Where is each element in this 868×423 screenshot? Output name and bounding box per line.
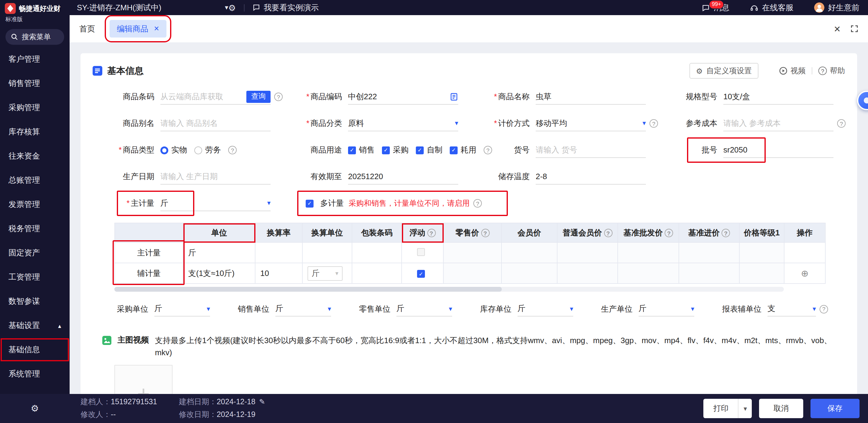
prod-date-input[interactable]: 请输入 生产日期 bbox=[160, 169, 271, 185]
item-no-input[interactable]: 请输入 货号 bbox=[536, 142, 646, 158]
category-select[interactable]: 原料 ▾ bbox=[348, 116, 458, 131]
production-unit-select[interactable]: 斤▾ bbox=[639, 301, 694, 317]
help-icon[interactable]: ? bbox=[473, 199, 482, 207]
help-icon[interactable]: ? bbox=[721, 229, 730, 237]
regular-member-price-cell[interactable] bbox=[557, 242, 618, 263]
user-menu[interactable]: 好生意前 bbox=[814, 2, 860, 13]
help-icon[interactable]: ? bbox=[819, 305, 828, 313]
help-icon[interactable]: ? bbox=[604, 229, 612, 237]
sidebar-item-current-funds[interactable]: 往来资金 bbox=[0, 144, 70, 168]
unit-cell[interactable]: 斤 bbox=[183, 242, 255, 263]
price-level1-cell[interactable] bbox=[739, 242, 784, 263]
close-icon[interactable]: ✕ bbox=[834, 24, 841, 34]
gear-icon[interactable]: ⚙ bbox=[31, 403, 39, 414]
sidebar-item-system-mgmt[interactable]: 系统管理 bbox=[0, 362, 70, 386]
print-button-label: 打印 bbox=[704, 399, 738, 418]
messages-button[interactable]: 消息 99+ bbox=[702, 2, 730, 13]
regular-member-price-cell[interactable] bbox=[557, 263, 618, 284]
floating-checkbox-checked[interactable]: ✓ bbox=[417, 270, 425, 278]
checkbox-self-made[interactable]: ✓自制 bbox=[416, 144, 442, 156]
checkbox-purchase[interactable]: ✓采购 bbox=[382, 144, 409, 156]
help-icon[interactable]: ? bbox=[228, 146, 237, 154]
rate-cell[interactable]: 10 bbox=[255, 263, 302, 284]
help-icon[interactable]: ? bbox=[837, 119, 846, 128]
base-wholesale-price-cell[interactable] bbox=[618, 242, 679, 263]
purchase-unit-select[interactable]: 斤▾ bbox=[154, 301, 210, 317]
product-name-input[interactable]: 虫草 bbox=[536, 89, 646, 105]
multi-unit-checkbox[interactable]: ✓ bbox=[306, 199, 314, 207]
main-unit-select[interactable]: 斤 ▾ bbox=[160, 195, 271, 211]
report-aux-unit-select[interactable]: 支▾ bbox=[768, 301, 816, 317]
sidebar-item-payroll-mgmt[interactable]: 工资管理 bbox=[0, 265, 70, 289]
storage-temp-input[interactable]: 2-8 bbox=[536, 169, 646, 185]
demo-link[interactable]: 我要看实例演示 bbox=[252, 2, 319, 13]
expiry-input[interactable]: 20251220 bbox=[348, 169, 458, 185]
sidebar-item-purchase-mgmt[interactable]: 采购管理 bbox=[0, 96, 70, 120]
help-icon[interactable]: ? bbox=[481, 229, 489, 237]
sidebar-item-inventory-accounting[interactable]: 库存核算 bbox=[0, 120, 70, 144]
sidebar-item-tax-mgmt[interactable]: 税务管理 bbox=[0, 217, 70, 241]
sidebar-item-general-ledger[interactable]: 总账管理 bbox=[0, 168, 70, 192]
barcode-input[interactable]: 从云端商品库获取 查询 bbox=[160, 89, 271, 105]
stock-unit-select[interactable]: 斤▾ bbox=[518, 301, 573, 317]
help-link[interactable]: ? 帮助 bbox=[818, 66, 845, 76]
unit-cell[interactable]: 支(1支≈10斤) bbox=[183, 263, 255, 284]
sidebar-item-invoice-mgmt[interactable]: 发票管理 bbox=[0, 192, 70, 217]
sidebar-item-sales-mgmt[interactable]: 销售管理 bbox=[0, 71, 70, 96]
code-list-icon[interactable] bbox=[450, 92, 458, 101]
floating-checkbox-unchecked[interactable] bbox=[417, 248, 425, 256]
print-button[interactable]: 打印 ▾ bbox=[704, 399, 752, 418]
sidebar-item-label: 往来资金 bbox=[8, 151, 40, 162]
table-horizontal-scrollbar[interactable] bbox=[115, 287, 784, 292]
package-barcode-cell[interactable] bbox=[352, 263, 402, 284]
product-code-input[interactable]: 中创222 bbox=[348, 89, 458, 105]
retail-unit-select[interactable]: 斤▾ bbox=[397, 301, 452, 317]
sidebar-item-basic-settings[interactable]: 基础设置 ▴ bbox=[0, 314, 70, 338]
org-selector-dropdown[interactable]: SY-进销存-ZMH(测试中) ▾ bbox=[77, 2, 228, 13]
alias-input[interactable]: 请输入 商品别名 bbox=[160, 116, 271, 131]
retail-price-cell[interactable] bbox=[443, 242, 501, 263]
radio-service[interactable]: 劳务 bbox=[194, 144, 221, 156]
sidebar-item-smart-advisor[interactable]: 数智参谋 bbox=[0, 289, 70, 314]
rate-cell[interactable] bbox=[255, 242, 302, 263]
member-price-cell[interactable] bbox=[501, 263, 557, 284]
settings-gear-icon[interactable]: ⚙ bbox=[228, 3, 236, 12]
save-button[interactable]: 保存 bbox=[810, 399, 860, 418]
edit-date-icon[interactable]: ✎ bbox=[259, 398, 265, 406]
sales-unit-select[interactable]: 斤▾ bbox=[275, 301, 331, 317]
base-purchase-price-cell[interactable] bbox=[679, 242, 739, 263]
rate-unit-select[interactable]: 斤 ▾ bbox=[308, 266, 343, 281]
online-support-button[interactable]: 在线客服 bbox=[750, 2, 794, 13]
query-button[interactable]: 查询 bbox=[246, 91, 271, 103]
cancel-button[interactable]: 取消 bbox=[759, 399, 803, 418]
sidebar-item-basic-info[interactable]: 基础信息 bbox=[0, 338, 70, 362]
sidebar-item-customer-mgmt[interactable]: 客户管理 bbox=[0, 47, 70, 71]
base-wholesale-price-cell[interactable] bbox=[618, 263, 679, 284]
chevron-down-icon[interactable]: ▾ bbox=[739, 399, 752, 418]
fullscreen-icon[interactable] bbox=[850, 25, 858, 33]
ref-cost-input[interactable]: 请输入 参考成本 bbox=[723, 116, 834, 131]
add-row-icon[interactable]: ⊕ bbox=[801, 268, 808, 278]
base-purchase-price-cell[interactable] bbox=[679, 263, 739, 284]
scrollbar-thumb[interactable] bbox=[115, 287, 502, 292]
package-barcode-cell[interactable] bbox=[352, 242, 402, 263]
pricing-method-select[interactable]: 移动平均 ▾ bbox=[536, 116, 646, 131]
retail-price-cell[interactable] bbox=[443, 263, 501, 284]
sidebar-item-fixed-assets[interactable]: 固定资产 bbox=[0, 241, 70, 265]
member-price-cell[interactable] bbox=[501, 242, 557, 263]
rate-unit-cell: 斤 ▾ bbox=[302, 263, 352, 284]
price-level1-cell[interactable] bbox=[739, 263, 784, 284]
video-link[interactable]: 视频 bbox=[779, 66, 806, 76]
tab-close-icon[interactable]: ✕ bbox=[154, 25, 159, 33]
radio-physical[interactable]: 实物 bbox=[160, 144, 187, 156]
help-icon[interactable]: ? bbox=[427, 229, 435, 237]
sidebar-item-label: 基础信息 bbox=[8, 344, 40, 355]
custom-fields-button[interactable]: ⚙ 自定义项设置 bbox=[689, 63, 758, 79]
batch-no-input[interactable]: sr2050 bbox=[723, 142, 834, 158]
help-icon[interactable]: ? bbox=[664, 229, 673, 237]
checkbox-sales[interactable]: ✓销售 bbox=[348, 144, 375, 156]
sidebar-search-input[interactable]: 搜索菜单 bbox=[5, 29, 64, 45]
tab-edit-product[interactable]: 编辑商品 ✕ bbox=[110, 20, 166, 37]
tab-home[interactable]: 首页 bbox=[79, 23, 95, 34]
spec-input[interactable]: 10支/盒 bbox=[723, 89, 834, 105]
